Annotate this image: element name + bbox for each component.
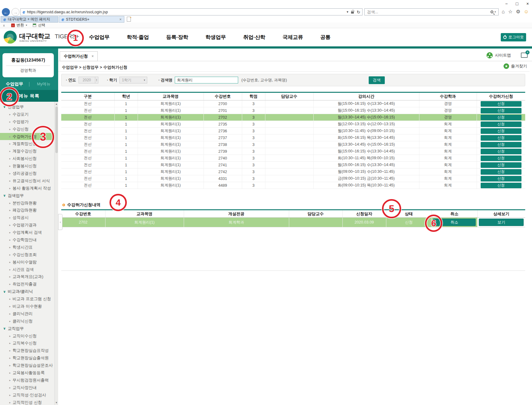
window-maximize-button[interactable]: □ xyxy=(516,1,518,6)
browser-tab-daegu-main[interactable]: e 대구대학교 + 메인 페이지 xyxy=(1,16,58,23)
browser-search-input[interactable] xyxy=(367,10,491,14)
table-row[interactable]: 전선1회계원리(1)27353월(12:00~13:15) 수(12:00~13… xyxy=(61,121,525,128)
sidebar-item[interactable]: ▸학교현장실습출석원 xyxy=(0,354,54,362)
year-spinner[interactable]: 2020 ▲▼ xyxy=(79,77,98,83)
sidebar-item[interactable]: ▸폐강강좌현황 xyxy=(0,207,54,214)
nav-item[interactable]: 학생업무 xyxy=(205,34,226,41)
sidebar-item[interactable]: ▸교직사정안내 xyxy=(0,384,54,391)
table-row[interactable]: 전선1회계원리(1)43313금(09:00~10:15) 금(10:30~11… xyxy=(61,175,525,182)
search-caret-icon[interactable]: ▾ xyxy=(495,11,496,13)
sidebar-collapse-handle[interactable]: ‹ xyxy=(58,214,62,230)
table-row[interactable]: 전선1회계원리(1)27023월(13:30~14:45) 수(15:00~16… xyxy=(61,114,525,121)
sidebar-item[interactable]: ▸교직복수신청 xyxy=(0,340,54,347)
term-select[interactable]: 1학기 ▾ xyxy=(119,77,147,83)
apply-button[interactable]: 신청 xyxy=(481,101,521,107)
tab-close-icon[interactable]: × xyxy=(119,17,122,22)
sidebar-item[interactable]: ▸학교현장실습표작성 xyxy=(0,347,54,354)
sidebar-item[interactable]: ∨비교과/클리닉 xyxy=(0,288,54,295)
view-button[interactable]: 보기 xyxy=(479,219,524,226)
sidebar-item[interactable]: ▸성적공시 xyxy=(0,214,54,221)
sidebar-item[interactable]: ▸교직적성·인성검사 xyxy=(0,391,54,399)
sidebar-item[interactable]: ▸교육봉사활동등록 xyxy=(0,369,54,377)
select-button[interactable]: 선택 xyxy=(38,23,45,28)
sidebar-scrollbar[interactable]: ▲ ▼ xyxy=(54,102,58,405)
sidebar-item[interactable]: ▸교과목개요(교과) xyxy=(0,273,54,280)
nav-item[interactable]: 공통 xyxy=(320,34,331,41)
logout-button[interactable]: 로그아웃 xyxy=(501,33,526,41)
table-row[interactable]: 전선1회계원리(1)27393월(15:00~16:15) 수(13:30~14… xyxy=(61,148,525,155)
apply-button[interactable]: 신청 xyxy=(481,162,521,168)
sidebar-item[interactable]: ▸계절수강신청 xyxy=(0,147,54,155)
scroll-down-icon[interactable]: ▼ xyxy=(55,401,58,404)
apply-button[interactable]: 신청 xyxy=(481,169,521,175)
sidebar-item[interactable]: ▸유고결석신청서 서식 xyxy=(0,177,54,185)
apply-button[interactable]: 신청 xyxy=(481,122,521,127)
sidebar-item[interactable]: ▸수업평가 xyxy=(0,118,54,126)
sitemap-button[interactable]: 사이트맵 xyxy=(487,52,511,58)
sidebar-item[interactable]: ▸클리닉관리 xyxy=(0,310,54,318)
apply-button[interactable]: 신청 xyxy=(481,142,521,147)
sidebar-item[interactable]: ▸수강학점안내 xyxy=(0,236,54,244)
table-row[interactable]: 전선1회계원리(1)44893화(09:00~10:15) 목(10:30~11… xyxy=(61,182,525,189)
table-row[interactable]: 전선1회계원리(1)27373화(15:00~16:15) 목(13:30~14… xyxy=(61,134,525,141)
sidebar-tab-course-work[interactable]: 수업업무 xyxy=(0,81,29,87)
sidebar-item[interactable]: ▸학생시간표 xyxy=(0,244,54,251)
sidebar-item[interactable]: ▸클리닉신청 xyxy=(0,318,54,325)
apply-button[interactable]: 신청 xyxy=(481,128,521,134)
address-field[interactable]: e https://tigersstd.daegu.ac.kr/nxrun/ss… xyxy=(20,8,363,15)
table-row[interactable]: 전선1회계원리(1)27363월(10:30~11:45) 수(09:00~10… xyxy=(61,128,525,134)
sidebar-tab-my-menu[interactable]: My메뉴 xyxy=(29,81,58,87)
sidebar-item[interactable]: ▸시간표 검색 xyxy=(0,266,54,273)
scroll-up-icon[interactable]: ▲ xyxy=(55,103,58,105)
forward-button[interactable]: → xyxy=(11,8,19,16)
sidebar-item[interactable]: ▸사회봉사신청 xyxy=(0,155,54,162)
apply-button[interactable]: 신청 xyxy=(481,183,521,188)
apply-button[interactable]: 신청 xyxy=(481,176,521,181)
sidebar-item[interactable]: ∨교직업무 xyxy=(0,325,54,332)
sidebar-item[interactable]: ▸비교과 프로그램 신청 xyxy=(0,295,54,303)
apply-button[interactable]: 신청 xyxy=(481,149,521,154)
search-icon[interactable] xyxy=(491,11,493,13)
sidebar-item[interactable]: ▸봉사 활동계획서 작성 xyxy=(0,185,54,192)
new-tab-button[interactable] xyxy=(127,17,131,22)
nav-item[interactable]: 등록·장학 xyxy=(166,34,188,41)
sidebar-item[interactable]: ▸수강포기 xyxy=(0,111,54,118)
table-row[interactable]: 2702회계원리(1)회계학과2020.03.09신청취소보기 xyxy=(61,218,525,227)
sidebar-item[interactable]: ▸비교과 이수현황 xyxy=(0,303,54,310)
apply-button[interactable]: 신청 xyxy=(481,115,521,120)
favorites-star-icon[interactable]: ☆ xyxy=(508,9,513,15)
table-row[interactable]: 전선1회계원리(1)27003월(15:00~16:15) 수(13:30~14… xyxy=(61,100,525,107)
table-row[interactable]: 전선1회계원리(1)27423월(09:00~10:15) 수(10:30~11… xyxy=(61,168,525,175)
table-row[interactable]: 전선1회계원리(1)27413월(15:00~16:15) 수(13:30~14… xyxy=(61,162,525,168)
sidebar-item[interactable]: ▸헌혈봉사신청 xyxy=(0,162,54,170)
sidebar-item[interactable]: ▸생리공결신청 xyxy=(0,170,54,177)
apply-button[interactable]: 신청 xyxy=(481,108,521,113)
browser-tab-stdtigers[interactable]: e STDTIGERS+ × xyxy=(59,16,124,23)
refresh-icon[interactable]: ↻ xyxy=(357,10,360,15)
browser-search-box[interactable]: ▾ xyxy=(364,8,499,15)
nav-item[interactable]: 국제교류 xyxy=(283,34,303,41)
back-button[interactable]: ← xyxy=(2,8,10,16)
sidebar-item[interactable]: ▸수업평가결과 xyxy=(0,221,54,229)
sidebar-item[interactable]: ∨검색업무 xyxy=(0,192,54,199)
toolbar-close-button[interactable]: x xyxy=(3,23,5,27)
sidebar-item[interactable]: ▸수업계획서 검색 xyxy=(0,229,54,236)
table-row[interactable]: 전선1회계원리(1)27403화(10:30~11:45) 목(09:00~10… xyxy=(61,155,525,162)
sidebar-item[interactable]: ▸교직이수신청 xyxy=(0,332,54,340)
nav-item[interactable]: 수업업무 xyxy=(89,34,109,41)
sidebar-item[interactable]: ▸학교현장실습설문조사 xyxy=(0,362,54,369)
apply-button[interactable]: 신청 xyxy=(481,156,521,161)
sidebar-item[interactable]: ▸취업전자출결 xyxy=(0,280,54,288)
convert-button[interactable]: 변환 xyxy=(17,23,24,28)
nav-item[interactable]: 취업·산학 xyxy=(243,34,265,41)
window-close-button[interactable]: × xyxy=(526,1,529,6)
doc-tab-course-permission[interactable]: 수업허가신청 × xyxy=(60,51,98,61)
sidebar-item[interactable]: ▸분반강좌현황 xyxy=(0,199,54,207)
sidebar-item[interactable]: ▸무시험검정원서출력 xyxy=(0,377,54,384)
keyword-input[interactable] xyxy=(175,77,238,83)
settings-gear-icon[interactable]: ⚙ xyxy=(516,9,520,15)
spinner-arrows-icon[interactable]: ▲▼ xyxy=(95,77,98,83)
sidebar-item[interactable]: ▸봉사이수열람 xyxy=(0,258,54,266)
convert-caret-icon[interactable]: ▾ xyxy=(26,24,27,27)
home-icon[interactable]: ⌂ xyxy=(502,9,505,15)
